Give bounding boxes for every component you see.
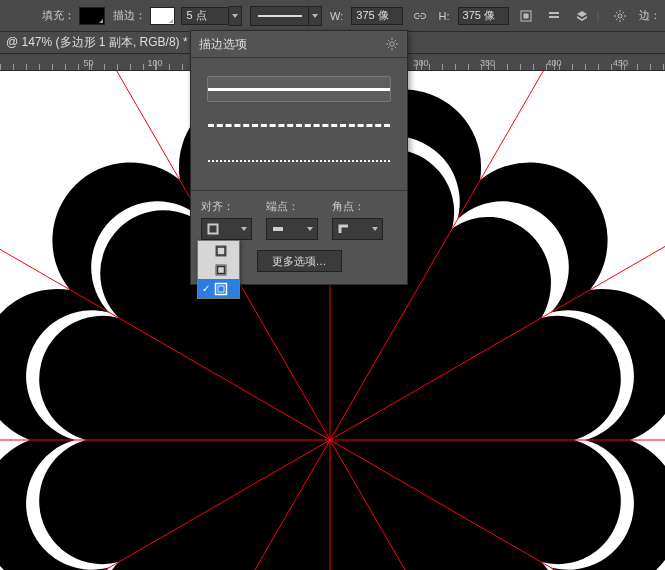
stroke-swatch[interactable] bbox=[150, 7, 176, 25]
link-icon[interactable] bbox=[409, 5, 431, 27]
width-field[interactable]: 375 像 bbox=[351, 7, 403, 25]
stroke-style-dropdown[interactable] bbox=[250, 6, 309, 26]
svg-rect-23 bbox=[218, 266, 225, 273]
svg-rect-25 bbox=[218, 286, 224, 292]
path-arrange-icon[interactable] bbox=[543, 5, 565, 27]
height-label: H: bbox=[439, 10, 450, 22]
stroke-style-dropdown-arrow[interactable] bbox=[309, 6, 322, 26]
stroke-label: 描边： bbox=[113, 8, 146, 23]
panel-title: 描边选项 bbox=[199, 36, 247, 53]
svg-rect-14 bbox=[549, 12, 559, 14]
corners-label: 角点： bbox=[332, 199, 397, 214]
panel-header: 描边选项 bbox=[191, 31, 407, 58]
stroke-style-solid[interactable] bbox=[207, 76, 391, 102]
path-align-icon[interactable] bbox=[515, 5, 537, 27]
align-option-inside[interactable]: ✓ bbox=[198, 260, 239, 279]
align-option-outside[interactable]: ✓ bbox=[198, 279, 239, 298]
align-dropdown-list: ✓ ✓ ✓ bbox=[197, 240, 240, 299]
svg-point-17 bbox=[390, 42, 394, 46]
stroke-style-dashed[interactable] bbox=[207, 112, 391, 138]
layers-icon[interactable] bbox=[571, 5, 593, 27]
height-field[interactable]: 375 像 bbox=[458, 7, 510, 25]
svg-rect-19 bbox=[273, 227, 283, 231]
svg-rect-20 bbox=[217, 247, 225, 255]
gear-icon[interactable] bbox=[609, 5, 631, 27]
svg-point-16 bbox=[618, 14, 622, 18]
svg-rect-15 bbox=[549, 16, 559, 18]
svg-rect-18 bbox=[209, 225, 218, 234]
more-options-button[interactable]: 更多选项… bbox=[257, 250, 342, 272]
separator: | bbox=[596, 10, 599, 22]
panel-menu-icon[interactable] bbox=[385, 37, 399, 51]
corners-dropdown[interactable] bbox=[332, 218, 383, 240]
svg-rect-13 bbox=[524, 13, 529, 18]
edge-label: 边： bbox=[639, 8, 661, 23]
stroke-width-dropdown[interactable] bbox=[229, 6, 242, 26]
align-option-center[interactable]: ✓ bbox=[198, 241, 239, 260]
fill-label: 填充： bbox=[42, 8, 75, 23]
caps-label: 端点： bbox=[266, 199, 331, 214]
caps-dropdown[interactable] bbox=[266, 218, 317, 240]
align-label: 对齐： bbox=[201, 199, 266, 214]
width-label: W: bbox=[330, 10, 343, 22]
options-bar: 填充： 描边： 5 点 W: 375 像 H: 375 像 | 边： bbox=[0, 0, 665, 32]
svg-rect-24 bbox=[216, 283, 227, 294]
stroke-style-dotted[interactable] bbox=[207, 148, 391, 174]
stroke-style-list bbox=[191, 58, 407, 191]
stroke-width-field[interactable]: 5 点 bbox=[181, 7, 229, 25]
fill-swatch[interactable] bbox=[79, 7, 105, 25]
align-dropdown[interactable] bbox=[201, 218, 252, 240]
